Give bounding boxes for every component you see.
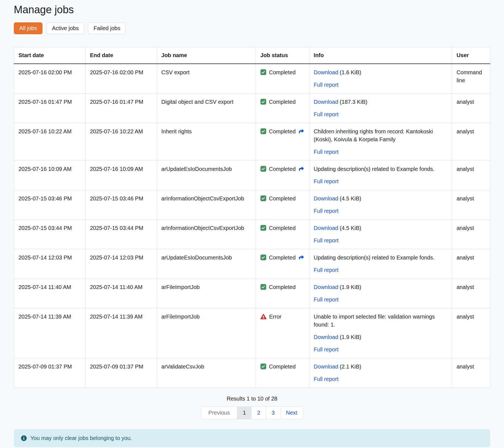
pagination-group: Previous 1 2 3 Next bbox=[201, 406, 303, 419]
end-date-cell: 2025-07-16 01:47 PM bbox=[85, 94, 157, 123]
info-cell: Updating description(s) related to Examp… bbox=[309, 249, 452, 279]
job-status-cell: Completed bbox=[256, 123, 309, 161]
info-message: Updating description(s) related to Examp… bbox=[314, 165, 447, 173]
pagination-next[interactable]: Next bbox=[280, 407, 303, 419]
user-cell: analyst bbox=[452, 123, 490, 161]
full-report-link[interactable]: Full report bbox=[314, 208, 338, 214]
col-header-info: Info bbox=[309, 47, 452, 64]
info-download-line: Download (4.5 KiB) bbox=[314, 195, 447, 203]
completed-check-icon bbox=[260, 99, 266, 105]
table-row: 2025-07-15 03:44 PM2025-07-15 03:44 PMar… bbox=[14, 220, 490, 249]
start-date-cell: 2025-07-15 03:46 PM bbox=[14, 190, 86, 220]
table-row: 2025-07-09 01:37 PM2025-07-09 01:37 PMar… bbox=[14, 358, 490, 388]
job-name-cell: CSV export bbox=[157, 64, 256, 94]
status-label: Completed bbox=[269, 195, 296, 203]
end-date-cell: 2025-07-16 10:22 AM bbox=[85, 123, 157, 161]
info-full-report-line: Full report bbox=[314, 177, 447, 185]
status-label: Completed bbox=[269, 165, 296, 173]
job-name-cell: arFileImportJob bbox=[157, 279, 256, 308]
end-date-cell: 2025-07-14 12:03 PM bbox=[85, 249, 157, 279]
pagination-page-1[interactable]: 1 bbox=[237, 407, 251, 419]
info-circle-icon bbox=[21, 435, 27, 441]
job-filter-tabs: All jobs Active jobs Failed jobs bbox=[14, 22, 490, 34]
job-status-cell: Completed bbox=[256, 190, 309, 220]
table-header-row: Start date End date Job name Job status … bbox=[14, 47, 490, 64]
completed-check-icon bbox=[260, 128, 266, 134]
pagination-previous[interactable]: Previous bbox=[201, 407, 237, 419]
job-status-cell: Completed bbox=[256, 94, 309, 123]
job-name-cell: arValidateCsvJob bbox=[157, 358, 256, 388]
info-full-report-line: Full report bbox=[314, 207, 447, 215]
info-cell: Unable to import selected file: validati… bbox=[309, 308, 452, 358]
share-arrow-icon bbox=[298, 129, 304, 134]
download-link[interactable]: Download bbox=[314, 284, 338, 290]
table-row: 2025-07-14 11:40 AM2025-07-14 11:40 AMar… bbox=[14, 279, 490, 308]
job-name-cell: arFileImportJob bbox=[157, 308, 256, 358]
status-label: Error bbox=[269, 313, 281, 321]
start-date-cell: 2025-07-16 01:47 PM bbox=[14, 94, 86, 123]
download-link[interactable]: Download bbox=[314, 225, 338, 231]
full-report-link[interactable]: Full report bbox=[314, 346, 338, 352]
start-date-cell: 2025-07-14 11:39 AM bbox=[14, 308, 86, 358]
full-report-link[interactable]: Full report bbox=[314, 376, 338, 382]
end-date-cell: 2025-07-15 03:44 PM bbox=[85, 220, 157, 249]
download-size: (4.5 KiB) bbox=[340, 225, 361, 231]
job-name-cell: arInformationObjectCsvExportJob bbox=[157, 220, 256, 249]
info-message: Unable to import selected file: validati… bbox=[314, 313, 447, 329]
info-download-line: Download (2.1 KiB) bbox=[314, 363, 447, 371]
completed-check-icon bbox=[260, 284, 266, 290]
info-cell: Download (187.3 KiB)Full report bbox=[309, 94, 452, 123]
job-status-cell: Completed bbox=[256, 161, 309, 190]
full-report-link[interactable]: Full report bbox=[314, 111, 338, 117]
job-status-cell: Completed bbox=[256, 249, 309, 279]
full-report-link[interactable]: Full report bbox=[314, 237, 338, 243]
pagination-page-3[interactable]: 3 bbox=[266, 407, 280, 419]
info-full-report-line: Full report bbox=[314, 266, 447, 274]
completed-check-icon bbox=[260, 69, 266, 75]
filter-all-jobs-button[interactable]: All jobs bbox=[14, 22, 42, 34]
col-header-user: User bbox=[452, 47, 490, 64]
full-report-link[interactable]: Full report bbox=[314, 178, 338, 184]
col-header-start-date: Start date bbox=[14, 47, 86, 64]
job-status-cell: Completed bbox=[256, 279, 309, 308]
start-date-cell: 2025-07-16 10:22 AM bbox=[14, 123, 86, 161]
info-download-line: Download (1.9 KiB) bbox=[314, 333, 447, 341]
user-cell: analyst bbox=[452, 161, 490, 190]
download-size: (1.9 KiB) bbox=[340, 334, 361, 340]
info-message: Children inheriting rights from record: … bbox=[314, 128, 447, 144]
download-link[interactable]: Download bbox=[314, 69, 338, 75]
job-name-cell: arUpdateEsIoDocumentsJob bbox=[157, 161, 256, 190]
download-link[interactable]: Download bbox=[314, 195, 338, 202]
download-size: (1.9 KiB) bbox=[340, 284, 361, 290]
pagination-page-2[interactable]: 2 bbox=[251, 407, 266, 419]
full-report-link[interactable]: Full report bbox=[314, 149, 338, 155]
download-link[interactable]: Download bbox=[314, 334, 338, 340]
info-cell: Download (4.5 KiB)Full report bbox=[309, 190, 452, 220]
download-link[interactable]: Download bbox=[314, 364, 338, 370]
info-cell: Children inheriting rights from record: … bbox=[309, 123, 452, 161]
table-row: 2025-07-16 10:22 AM2025-07-16 10:22 AMIn… bbox=[14, 123, 490, 161]
job-status-cell: Error bbox=[256, 308, 309, 358]
full-report-link[interactable]: Full report bbox=[314, 82, 338, 88]
start-date-cell: 2025-07-14 12:03 PM bbox=[14, 249, 86, 279]
full-report-link[interactable]: Full report bbox=[314, 296, 338, 303]
end-date-cell: 2025-07-15 03:46 PM bbox=[85, 190, 157, 220]
share-arrow-icon bbox=[298, 255, 304, 260]
info-full-report-line: Full report bbox=[314, 110, 447, 118]
info-full-report-line: Full report bbox=[314, 148, 447, 156]
col-header-end-date: End date bbox=[85, 47, 157, 64]
start-date-cell: 2025-07-16 02:00 PM bbox=[14, 64, 86, 94]
status-label: Completed bbox=[269, 283, 296, 291]
start-date-cell: 2025-07-16 10:09 AM bbox=[14, 161, 86, 190]
download-link[interactable]: Download bbox=[314, 99, 338, 105]
full-report-link[interactable]: Full report bbox=[314, 267, 338, 273]
info-message: Updating description(s) related to Examp… bbox=[314, 254, 447, 262]
col-header-job-name: Job name bbox=[157, 47, 256, 64]
info-full-report-line: Full report bbox=[314, 375, 447, 383]
filter-failed-jobs-button[interactable]: Failed jobs bbox=[88, 22, 126, 34]
filter-active-jobs-button[interactable]: Active jobs bbox=[46, 22, 84, 34]
start-date-cell: 2025-07-14 11:40 AM bbox=[14, 279, 86, 308]
info-banner: You may only clear jobs belonging to you… bbox=[14, 429, 490, 447]
table-row: 2025-07-14 11:39 AM2025-07-14 11:39 AMar… bbox=[14, 308, 490, 358]
table-row: 2025-07-14 12:03 PM2025-07-14 12:03 PMar… bbox=[14, 249, 490, 279]
